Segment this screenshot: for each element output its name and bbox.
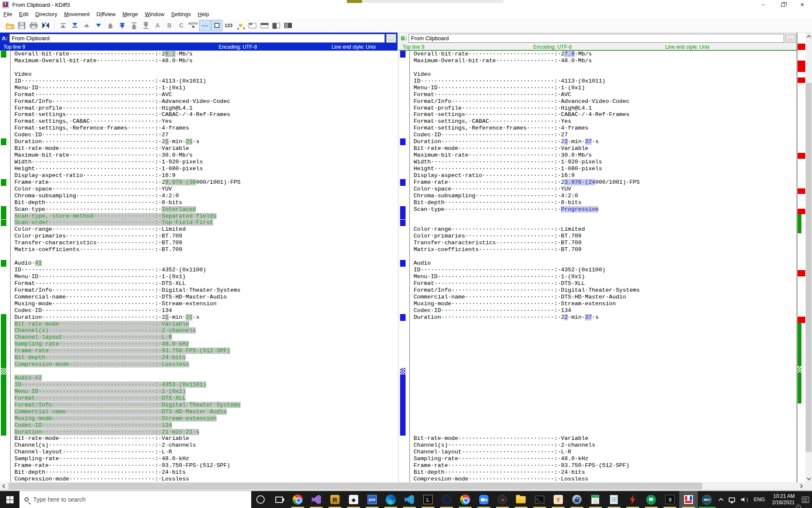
network-icon[interactable] <box>726 491 738 508</box>
pane-a-browse-button[interactable]: ... <box>386 34 396 43</box>
minimize-button[interactable]: – <box>754 0 773 9</box>
menu-file[interactable]: File <box>0 10 16 18</box>
diff-overview-column[interactable] <box>797 33 805 482</box>
photoshop-elements-icon[interactable]: pse <box>363 491 381 508</box>
language-indicator[interactable]: ENG <box>751 491 768 508</box>
lightning-icon[interactable] <box>623 491 642 508</box>
file-explorer-icon[interactable] <box>512 491 530 508</box>
scroll-left-arrow-icon[interactable] <box>0 482 8 490</box>
maximize-button[interactable] <box>773 0 793 9</box>
show-line-numbers-button[interactable]: 123 <box>223 20 234 31</box>
vertical-scrollbar[interactable] <box>805 33 812 482</box>
vscode-icon[interactable] <box>400 491 419 508</box>
diff-line: Format··································… <box>14 395 398 402</box>
visual-studio-icon[interactable] <box>307 491 326 508</box>
show-whitespace-button[interactable]: --- <box>199 20 211 31</box>
terminal-icon[interactable]: >_ <box>530 491 549 508</box>
diff-marker <box>1 381 6 388</box>
league-of-legends-icon[interactable]: L <box>419 491 437 508</box>
show-space-chars-button[interactable] <box>211 20 222 31</box>
auto-advance-button[interactable]: AUTO <box>187 20 199 31</box>
taskbar-search[interactable]: Type here to search <box>19 491 251 508</box>
close-button[interactable]: ✕ <box>793 0 812 9</box>
menu-diffview[interactable]: Diffview <box>93 10 119 18</box>
horizontal-scrollbar-thumb[interactable] <box>8 483 702 489</box>
diff-marker <box>1 138 6 145</box>
notepad-icon[interactable] <box>605 491 623 508</box>
menu-movement[interactable]: Movement <box>60 10 93 18</box>
save-icon[interactable] <box>16 20 27 31</box>
notification-center-button[interactable]: 1 <box>799 491 812 508</box>
taskbar-clock[interactable]: 10:21 AM 2/16/2021 <box>768 493 799 506</box>
scroll-right-arrow-icon[interactable] <box>798 482 805 490</box>
goto-prev-unsolved-icon[interactable] <box>128 20 140 31</box>
diff-marker <box>1 375 6 381</box>
update-diff-icon[interactable] <box>235 20 246 31</box>
notes-icon[interactable] <box>586 491 605 508</box>
diff-marker <box>400 220 406 226</box>
diff-marker <box>400 51 406 58</box>
menu-help[interactable]: Help <box>195 10 213 18</box>
view-layout-1-icon[interactable] <box>247 20 258 31</box>
screen-capture-icon[interactable] <box>282 20 294 31</box>
pane-a-source-field[interactable]: From Clipboard <box>9 34 385 43</box>
goto-next-unsolved-icon[interactable] <box>140 20 151 31</box>
scroll-up-arrow-icon[interactable] <box>805 33 812 40</box>
hangouts-icon[interactable] <box>642 491 661 508</box>
goto-next-conflict-icon[interactable] <box>116 20 128 31</box>
menu-window[interactable]: Window <box>141 10 167 18</box>
pane-a-label: A: <box>0 35 9 41</box>
media-player-icon[interactable] <box>493 491 512 508</box>
cortana-icon[interactable] <box>251 491 270 508</box>
select-line-a-button[interactable]: A <box>152 20 163 31</box>
task-view-icon[interactable] <box>270 491 288 508</box>
zoom-icon[interactable] <box>475 491 493 508</box>
pane-a-content[interactable]: Overall·bit·rate························… <box>0 50 398 482</box>
edge-icon[interactable] <box>381 491 400 508</box>
volume-icon[interactable]: ) <box>738 491 751 508</box>
diff-line: Bit·depth·······························… <box>14 469 398 476</box>
lutris-icon[interactable]: Y <box>549 491 568 508</box>
select-line-b-button[interactable]: B <box>164 20 175 31</box>
pane-b-content[interactable]: Overall·bit·rate························… <box>399 50 797 482</box>
rockstar-icon[interactable]: R <box>326 491 344 508</box>
select-line-c-button[interactable]: C <box>176 20 187 31</box>
unity-icon[interactable]: ◆ <box>344 491 363 508</box>
keepass-icon[interactable] <box>568 491 586 508</box>
diff-line: Video <box>414 71 797 78</box>
view-layout-3-icon[interactable] <box>270 20 282 31</box>
pane-a-encoding: Encoding: UTF-8 <box>219 44 257 50</box>
menu-settings[interactable]: Settings <box>168 10 195 18</box>
reload-diff-icon[interactable] <box>40 20 51 31</box>
audio-wave-icon[interactable]: ))) <box>661 491 679 508</box>
chrome-2-icon[interactable] <box>456 491 475 508</box>
pane-a-text[interactable]: Overall·bit·rate························… <box>10 51 398 482</box>
pane-b-text[interactable]: Overall·bit·rate························… <box>409 51 797 482</box>
chrome-icon[interactable] <box>288 491 307 508</box>
menu-directory[interactable]: Directory <box>32 10 60 18</box>
goto-last-delta-icon[interactable] <box>69 20 80 31</box>
tray-overflow-chevron-icon[interactable] <box>716 491 726 508</box>
pane-b-source-field[interactable]: From Clipboard <box>409 34 784 43</box>
mkvtoolnix-icon[interactable]: MKV <box>698 491 716 508</box>
menu-merge[interactable]: Merge <box>119 10 141 18</box>
horizontal-scrollbar[interactable] <box>0 482 805 490</box>
pane-a-status-bar: Top line 9 Encoding: UTF-8 Line end styl… <box>0 44 398 50</box>
open-file-icon[interactable] <box>4 20 16 31</box>
diff-line: Menu·ID·································… <box>14 273 398 280</box>
goto-first-delta-icon[interactable] <box>57 20 69 31</box>
goto-prev-conflict-icon[interactable] <box>104 20 116 31</box>
pane-b-browse-button[interactable]: ... <box>785 34 796 43</box>
goto-next-delta-icon[interactable] <box>93 20 104 31</box>
goto-prev-delta-icon[interactable] <box>81 20 92 31</box>
diff-line: Scan·type·······························… <box>14 206 398 213</box>
start-button[interactable] <box>0 491 19 508</box>
kdiff3-icon[interactable] <box>679 491 698 508</box>
view-layout-2-icon[interactable] <box>258 20 270 31</box>
vertical-scrollbar-thumb[interactable] <box>806 83 812 452</box>
dark-app-icon[interactable] <box>437 491 456 508</box>
diff-marker <box>1 206 6 213</box>
scroll-down-arrow-icon[interactable] <box>805 475 812 482</box>
print-icon[interactable] <box>28 20 39 31</box>
menu-edit[interactable]: Edit <box>16 10 32 18</box>
